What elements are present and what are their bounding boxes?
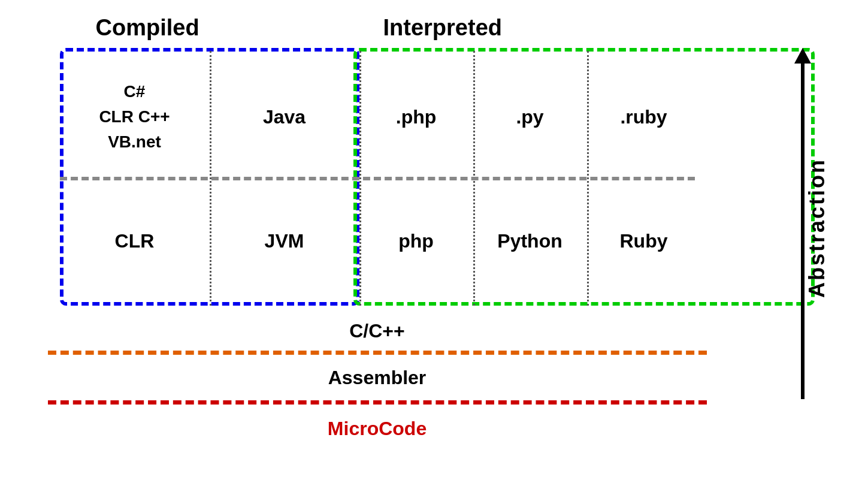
cell-clr: CLR <box>60 177 210 306</box>
cell-jvm: JVM <box>210 177 359 306</box>
java-text: Java <box>263 106 306 128</box>
interpreted-label: Interpreted <box>383 15 502 41</box>
cell-php-ext: .php <box>359 57 473 177</box>
microcode-text: MicroCode <box>328 418 427 440</box>
cell-cpp: C/C++ <box>48 313 707 349</box>
cell-java: Java <box>210 57 359 177</box>
cell-microcode: MicroCode <box>48 411 707 446</box>
ruby-text: Ruby <box>620 230 668 252</box>
csharp-text: C#CLR C++VB.net <box>99 79 170 155</box>
clr-text: CLR <box>115 230 155 252</box>
ruby-ext-text: .ruby <box>620 106 667 128</box>
cell-python: Python <box>473 177 587 306</box>
cpp-text: C/C++ <box>349 320 404 342</box>
cell-php-rt: php <box>359 177 473 306</box>
main-container: Compiled Interpreted C#CLR C++VB.net Jav… <box>0 0 868 501</box>
py-ext-text: .py <box>516 106 543 128</box>
arrow-shaft <box>801 64 805 399</box>
diagram-area: Compiled Interpreted C#CLR C++VB.net Jav… <box>0 0 868 501</box>
cell-csharp: C#CLR C++VB.net <box>60 57 210 177</box>
orange-dashed-line <box>48 351 707 355</box>
abstraction-label: Abstraction <box>805 48 830 408</box>
assembler-text: Assembler <box>328 367 427 389</box>
python-text: Python <box>497 230 562 252</box>
diagram: Compiled Interpreted C#CLR C++VB.net Jav… <box>48 12 827 467</box>
compiled-label: Compiled <box>96 15 199 41</box>
cell-ruby: Ruby <box>587 177 701 306</box>
red-dashed-line <box>48 400 707 405</box>
cell-ruby-ext: .ruby <box>587 57 701 177</box>
jvm-text: JVM <box>265 230 304 252</box>
php-ext-text: .php <box>396 106 437 128</box>
cell-py-ext: .py <box>473 57 587 177</box>
cell-assembler: Assembler <box>48 360 707 396</box>
php-rt-text: php <box>398 230 434 252</box>
